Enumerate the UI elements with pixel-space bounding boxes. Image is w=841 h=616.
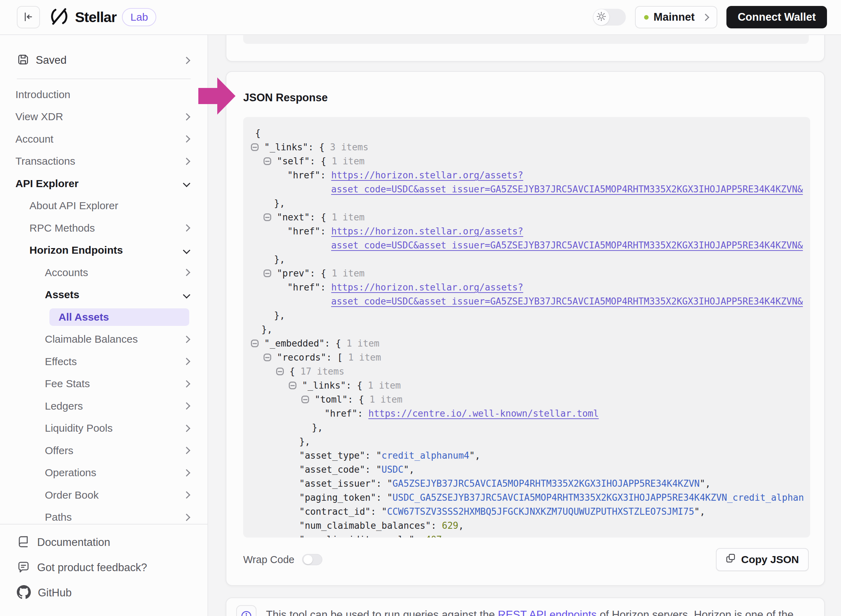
collapse-node-icon[interactable] xyxy=(289,381,296,389)
json-code-line: asset_code=USDC&asset_issuer=GA5ZSEJYB37… xyxy=(251,238,810,252)
chevron-right-icon xyxy=(183,269,190,276)
json-href-link[interactable]: asset_code=USDC&asset_issuer=GA5ZSEJYB37… xyxy=(331,296,803,307)
json-href-link[interactable]: https://centre.io/.well-known/stellar.to… xyxy=(368,408,599,419)
json-code-line: { xyxy=(251,126,810,140)
wrap-code-toggle[interactable] xyxy=(302,554,322,565)
chevron-right-icon xyxy=(183,491,190,499)
sidebar-item-paths[interactable]: Paths xyxy=(0,506,207,524)
chevron-right-icon xyxy=(183,425,190,432)
sidebar-item-operations[interactable]: Operations xyxy=(0,462,207,484)
json-token: "next": { xyxy=(277,212,326,223)
json-token: 407 xyxy=(426,534,442,538)
json-token: "href": xyxy=(324,408,368,419)
save-icon xyxy=(17,53,29,67)
sidebar-item-account[interactable]: Account xyxy=(0,128,207,150)
sidebar-item-feedback[interactable]: Got product feedback? xyxy=(0,555,207,580)
sidebar-item-transactions[interactable]: Transactions xyxy=(0,150,207,173)
sidebar-item-label: Liquidity Pools xyxy=(45,422,113,434)
network-select[interactable]: Mainnet xyxy=(635,6,717,28)
json-code-line: "self": { 1 item xyxy=(251,154,810,168)
sidebar-item-offers[interactable]: Offers xyxy=(0,439,207,462)
json-token: 1 item xyxy=(326,212,365,223)
info-text-after: of Horizon servers. Horizon is one of th… xyxy=(597,609,794,616)
collapse-node-icon[interactable] xyxy=(264,157,271,165)
sidebar-item-liquidity-pools[interactable]: Liquidity Pools xyxy=(0,417,207,440)
request-card-partial xyxy=(226,35,825,62)
collapse-node-icon[interactable] xyxy=(251,143,258,151)
collapse-node-icon[interactable] xyxy=(264,213,271,221)
rest-api-endpoints-link[interactable]: REST API endpoints xyxy=(498,609,597,616)
collapse-node-icon[interactable] xyxy=(276,368,284,375)
brand-title: Stellar xyxy=(75,9,116,26)
sidebar-item-effects[interactable]: Effects xyxy=(0,351,207,373)
sidebar-item-view-xdr[interactable]: View XDR xyxy=(0,106,207,128)
json-code-line: "href": https://horizon.stellar.org/asse… xyxy=(251,280,810,294)
sidebar-item-introduction[interactable]: Introduction xyxy=(0,84,207,106)
brand[interactable]: Stellar Lab xyxy=(49,6,156,28)
json-code-line: "href": https://centre.io/.well-known/st… xyxy=(251,406,810,421)
sidebar-item-about-api-explorer[interactable]: About API Explorer xyxy=(0,195,207,217)
sidebar-item-saved[interactable]: Saved xyxy=(0,49,207,72)
active-item-highlight: All Assets xyxy=(49,308,189,326)
collapse-sidebar-button[interactable] xyxy=(17,6,40,28)
sidebar-item-label: Offers xyxy=(45,444,73,456)
annotation-arrow-icon xyxy=(198,78,236,116)
sidebar-item-api-explorer[interactable]: API Explorer xyxy=(0,172,207,195)
json-token: 17 items xyxy=(295,366,345,377)
json-code-line: { 17 items xyxy=(251,364,810,378)
json-href-link[interactable]: asset_code=USDC&asset_issuer=GA5ZSEJYB37… xyxy=(331,184,803,195)
collapse-node-icon[interactable] xyxy=(264,270,271,277)
chevron-down-icon xyxy=(183,247,190,254)
json-code-line: "next": { 1 item xyxy=(251,210,810,224)
theme-toggle[interactable] xyxy=(593,9,626,26)
sidebar-item-all-assets[interactable]: All Assets xyxy=(0,306,207,329)
json-response-card: JSON Response {"_links": { 3 items"self"… xyxy=(226,71,825,586)
chevron-right-icon xyxy=(183,514,190,521)
collapse-node-icon[interactable] xyxy=(301,396,309,403)
sidebar-item-label: All Assets xyxy=(59,311,109,323)
json-token: 3 items xyxy=(324,142,368,153)
json-token: ", xyxy=(469,450,480,461)
info-text-before: This tool can be used to run queries aga… xyxy=(266,609,498,616)
json-token: 1 item xyxy=(326,156,365,166)
code-toolbar: Wrap Code Copy JSON xyxy=(243,548,809,571)
info-icon-box xyxy=(236,605,257,616)
sidebar-item-label: Account xyxy=(15,133,53,145)
app-header: Stellar Lab xyxy=(0,0,841,35)
json-code-line: "prev": { 1 item xyxy=(251,266,810,280)
json-token: "href": xyxy=(287,226,331,236)
sidebar-nav: IntroductionView XDRAccountTransactionsA… xyxy=(0,84,207,524)
json-token: 629 xyxy=(442,520,458,531)
sidebar-item-horizon-endpoints[interactable]: Horizon Endpoints xyxy=(0,239,207,262)
collapse-node-icon[interactable] xyxy=(264,353,271,361)
json-response-viewer[interactable]: {"_links": { 3 items"self": { 1 item"hre… xyxy=(243,117,810,538)
sidebar-item-label: RPC Methods xyxy=(29,222,95,234)
info-icon xyxy=(241,610,252,616)
json-token: "paging_token": " xyxy=(299,492,392,503)
copy-json-button[interactable]: Copy JSON xyxy=(716,548,809,571)
sidebar-item-accounts[interactable]: Accounts xyxy=(0,261,207,284)
json-token: }, xyxy=(299,436,310,447)
json-token: "prev": { xyxy=(277,268,326,279)
json-href-link[interactable]: asset_code=USDC&asset_issuer=GA5ZSEJYB37… xyxy=(331,240,803,251)
sidebar-item-claimable-balances[interactable]: Claimable Balances xyxy=(0,329,207,351)
sidebar-item-rpc-methods[interactable]: RPC Methods xyxy=(0,217,207,239)
sidebar-item-documentation[interactable]: Documentation xyxy=(0,530,207,555)
json-code-line: "paging_token": "USDC_GA5ZSEJYB37JRC5AVC… xyxy=(251,491,810,505)
sidebar-item-github[interactable]: GitHub xyxy=(0,580,207,606)
json-href-link[interactable]: https://horizon.stellar.org/assets? xyxy=(331,282,523,293)
info-card: This tool can be used to run queries aga… xyxy=(226,597,825,616)
info-text: This tool can be used to run queries aga… xyxy=(266,608,794,616)
json-href-link[interactable]: https://horizon.stellar.org/assets? xyxy=(331,170,523,180)
json-code-line: "href": https://horizon.stellar.org/asse… xyxy=(251,224,810,238)
sidebar-item-label: Assets xyxy=(45,289,79,301)
json-token: "toml": { xyxy=(315,394,364,405)
json-href-link[interactable]: https://horizon.stellar.org/assets? xyxy=(331,226,523,236)
sidebar-item-order-book[interactable]: Order Book xyxy=(0,484,207,506)
collapse-node-icon[interactable] xyxy=(251,340,258,347)
json-token: ", xyxy=(403,464,414,475)
sidebar-item-fee-stats[interactable]: Fee Stats xyxy=(0,373,207,395)
sidebar-item-assets[interactable]: Assets xyxy=(0,284,207,306)
sidebar-item-ledgers[interactable]: Ledgers xyxy=(0,395,207,417)
connect-wallet-button[interactable]: Connect Wallet xyxy=(727,6,827,28)
